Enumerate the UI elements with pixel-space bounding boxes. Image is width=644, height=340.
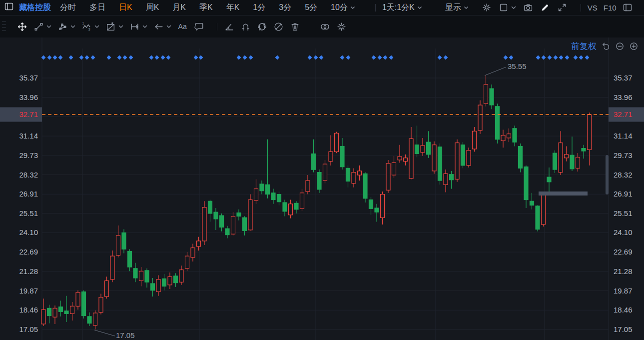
chevron-down-icon xyxy=(94,25,99,28)
svg-text:1: 1 xyxy=(82,22,84,25)
display-label: 显示 xyxy=(445,2,461,13)
svg-text:18.46: 18.46 xyxy=(614,306,633,314)
tab-5min[interactable]: 5分 xyxy=(305,2,317,13)
chart-area[interactable]: 35.5517.0535.3735.3733.9633.9631.1431.14… xyxy=(0,38,644,340)
stock-symbol[interactable]: 藏格控股 xyxy=(19,2,51,13)
gear-icon[interactable] xyxy=(482,2,492,12)
svg-text:17.05: 17.05 xyxy=(116,331,135,340)
tab-yue-k[interactable]: 月K xyxy=(172,2,186,13)
toolbar-divider xyxy=(581,4,581,12)
comment-tool-icon[interactable] xyxy=(194,22,204,32)
svg-text:Aa: Aa xyxy=(178,22,187,30)
svg-text:26.91: 26.91 xyxy=(614,190,633,198)
candles xyxy=(41,76,592,330)
svg-text:22.69: 22.69 xyxy=(19,248,38,256)
axis-scrollbar-thumb xyxy=(606,155,609,194)
toolbar-divider xyxy=(375,4,376,12)
gear-icon[interactable] xyxy=(336,22,347,32)
adjust-mode-link[interactable]: 前复权 xyxy=(571,40,597,52)
svg-text:29.73: 29.73 xyxy=(614,151,633,160)
svg-text:29.73: 29.73 xyxy=(19,151,38,160)
measure-tool-icon[interactable] xyxy=(129,22,147,32)
svg-text:35.37: 35.37 xyxy=(19,74,38,82)
svg-text:32.71: 32.71 xyxy=(19,110,38,118)
chevron-down-icon xyxy=(350,6,355,10)
expand-icon[interactable] xyxy=(557,2,567,12)
toolbar-divider xyxy=(217,23,217,30)
arrow-left-icon[interactable] xyxy=(153,22,171,32)
chart-controls: 前复权 xyxy=(571,40,639,52)
magnet-tool-icon[interactable] xyxy=(240,22,251,32)
chevron-down-icon xyxy=(166,25,171,28)
svg-text:25.51: 25.51 xyxy=(614,209,633,218)
drag-handle-icon[interactable] xyxy=(1,20,6,35)
candlestick-chart[interactable]: 35.5517.0535.3735.3733.9633.9631.1431.14… xyxy=(0,38,644,340)
camera-icon[interactable] xyxy=(523,2,533,12)
tab-10min[interactable]: 10分 xyxy=(331,2,355,13)
tab-zhou-k[interactable]: 周K xyxy=(146,2,159,13)
vs-button[interactable]: VS xyxy=(588,4,598,12)
tab-duori[interactable]: 多日 xyxy=(89,2,105,13)
svg-text:19.87: 19.87 xyxy=(614,286,633,295)
toolbar-divider xyxy=(313,23,313,30)
chevron-down-icon xyxy=(417,6,422,10)
svg-text:17.05: 17.05 xyxy=(19,325,38,334)
pattern-tool-icon[interactable] xyxy=(105,22,123,32)
tab-ji-k[interactable]: 季K xyxy=(199,2,213,13)
multi-period-label: 1天:1分K xyxy=(382,2,415,13)
tab-fenshi[interactable]: 分时 xyxy=(60,2,76,13)
svg-text:3: 3 xyxy=(88,28,90,31)
trash-tool-icon[interactable] xyxy=(290,22,300,32)
tab-nian-k[interactable]: 年K xyxy=(226,2,240,13)
drawn-horizontal-segment xyxy=(539,192,588,196)
svg-text:35.37: 35.37 xyxy=(614,74,633,82)
zoom-in-icon[interactable] xyxy=(629,42,639,51)
auto-draw-icon[interactable] xyxy=(257,22,267,32)
pencil-icon[interactable] xyxy=(540,2,550,12)
tab-1min[interactable]: 1分 xyxy=(253,2,265,13)
svg-text:33.96: 33.96 xyxy=(19,93,38,102)
elliott-wave-icon[interactable]: 31 xyxy=(81,22,99,32)
price-gridlines xyxy=(42,78,609,330)
text-tool-icon[interactable]: Aa xyxy=(177,22,188,32)
svg-text:25.51: 25.51 xyxy=(19,209,38,218)
main-toolbar: 藏格控股 分时多日日K周K月K季K年K1分3分5分10分 1天:1分K 显示 V… xyxy=(0,0,644,16)
undo-icon[interactable] xyxy=(601,42,611,51)
svg-text:22.69: 22.69 xyxy=(614,248,633,256)
multi-period-combo[interactable]: 1天:1分K xyxy=(382,2,422,13)
display-menu[interactable]: 显示 xyxy=(445,2,469,13)
angle-tool-icon[interactable] xyxy=(224,22,234,32)
chevron-down-icon xyxy=(118,25,123,28)
hide-tool-icon[interactable] xyxy=(273,22,284,32)
tab-3min[interactable]: 3分 xyxy=(279,2,291,13)
svg-text:32.71: 32.71 xyxy=(614,110,633,118)
svg-text:24.10: 24.10 xyxy=(19,228,38,236)
svg-text:19.87: 19.87 xyxy=(19,286,38,295)
svg-text:21.28: 21.28 xyxy=(19,267,38,276)
chevron-down-icon xyxy=(70,25,75,28)
svg-text:28.32: 28.32 xyxy=(19,170,38,179)
svg-text:31.14: 31.14 xyxy=(19,132,38,140)
window-partial-icon[interactable] xyxy=(623,2,633,12)
chevron-down-icon xyxy=(142,25,147,28)
chevron-down-icon xyxy=(511,6,516,10)
topbar-right-tools: VSF10 xyxy=(482,2,640,12)
svg-text:28.32: 28.32 xyxy=(614,170,633,179)
move-cross-icon[interactable] xyxy=(17,22,27,32)
svg-text:24.10: 24.10 xyxy=(614,228,633,236)
tab-ri-k[interactable]: 日K xyxy=(119,2,132,13)
chevron-down-icon xyxy=(46,25,51,28)
f10-button[interactable]: F10 xyxy=(604,4,617,12)
svg-text:18.46: 18.46 xyxy=(19,306,38,314)
drawing-toolbar: 31Aa xyxy=(0,16,644,38)
svg-text:26.91: 26.91 xyxy=(19,190,38,198)
period-tabs: 分时多日日K周K月K季K年K1分3分5分10分 xyxy=(60,2,369,13)
compare-tool-icon[interactable] xyxy=(320,22,330,32)
layout-square-icon[interactable] xyxy=(499,2,516,12)
svg-text:31.14: 31.14 xyxy=(614,132,633,140)
svg-text:17.05: 17.05 xyxy=(614,325,633,334)
polygon-tool-icon[interactable] xyxy=(57,22,75,32)
zoom-out-icon[interactable] xyxy=(615,42,625,51)
trend-line-icon[interactable] xyxy=(33,22,51,32)
window-pane-icon[interactable] xyxy=(4,2,14,14)
